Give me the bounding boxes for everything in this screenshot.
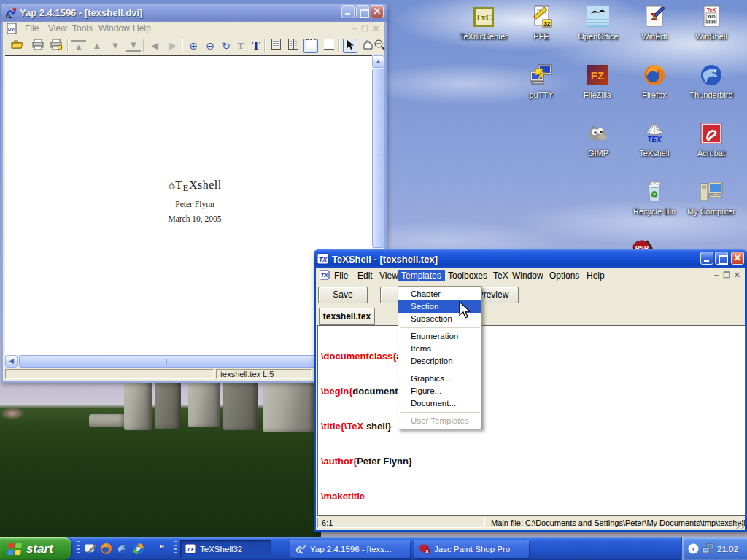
- zoom-in-icon[interactable]: ⊕: [186, 39, 201, 53]
- texshell-close-button[interactable]: ✕: [731, 252, 744, 265]
- yap-mdi-restore-icon[interactable]: ❐: [361, 24, 368, 34]
- back-icon[interactable]: ◀: [147, 39, 162, 53]
- firefox-quicklaunch-icon[interactable]: [100, 542, 112, 555]
- menu-options[interactable]: Options: [546, 270, 583, 281]
- desktop-icon-openoffice[interactable]: OpenOffice: [570, 4, 627, 42]
- continuous-view-icon[interactable]: [303, 39, 318, 53]
- last-page-icon[interactable]: ▼: [126, 39, 141, 52]
- desktop-icon-filezilla[interactable]: FZ FileZilla: [569, 63, 626, 101]
- facing-pages-view-icon[interactable]: [286, 39, 301, 53]
- desktop-icon-texniccenter[interactable]: TxC TeXnicCenter: [455, 4, 512, 42]
- zoom-out-icon[interactable]: ⊖: [203, 39, 217, 53]
- yap-mdi-minimize-icon[interactable]: –: [352, 24, 357, 33]
- texshell-minimize-button[interactable]: [700, 252, 713, 265]
- toolbar-separator: [182, 39, 182, 52]
- text-tool-icon[interactable]: T: [249, 39, 263, 53]
- texshell-title-bar[interactable]: TX TeXShell - [texshell.tex] ✕: [314, 249, 747, 268]
- magnifier-tool-icon[interactable]: [372, 39, 387, 53]
- editor-tab[interactable]: texshell.tex: [319, 308, 375, 325]
- texshell-maximize-button[interactable]: [715, 252, 728, 265]
- vertical-scroll-thumb[interactable]: [372, 69, 384, 248]
- texshell-toolbar: Save TeX Preview: [316, 282, 745, 307]
- select-tool-icon[interactable]: [343, 39, 357, 53]
- continuous-facing-view-icon[interactable]: [322, 39, 336, 53]
- single-page-view-icon[interactable]: [268, 39, 283, 53]
- yap-maximize-button[interactable]: [356, 5, 369, 18]
- desktop-icon-putty[interactable]: puTTY: [513, 63, 570, 101]
- thunderbird-quicklaunch-icon[interactable]: [116, 542, 128, 555]
- resize-grip[interactable]: [735, 521, 744, 529]
- desktop-icon-my-computer[interactable]: My Computer: [683, 179, 740, 217]
- hide-icons-chevron[interactable]: ‹: [688, 543, 699, 554]
- menu-window[interactable]: Window: [508, 270, 547, 281]
- texshell-mdi-close-icon[interactable]: ✕: [734, 271, 740, 280]
- forward-icon[interactable]: ▶: [166, 39, 180, 53]
- yap-mdi-close-icon[interactable]: ✕: [373, 24, 379, 34]
- menu-templates[interactable]: Templates: [398, 270, 445, 281]
- save-button[interactable]: Save: [318, 287, 368, 303]
- menu-item-items[interactable]: Items: [398, 343, 481, 355]
- menu-help[interactable]: Help: [583, 270, 608, 281]
- menu-item-figure[interactable]: Figure...: [398, 385, 481, 397]
- network-status-icon[interactable]: [702, 543, 714, 554]
- texshell-mdi-minimize-icon[interactable]: –: [714, 271, 719, 279]
- yap-menu-tools[interactable]: Tools: [72, 23, 93, 34]
- desktop-icon-winshell[interactable]: TeXWinShell WinShell: [683, 4, 740, 42]
- first-page-icon[interactable]: ▲: [71, 40, 86, 53]
- yap-menu-window[interactable]: Window: [98, 23, 130, 34]
- texshell-app-icon: TX: [317, 253, 329, 265]
- show-desktop-icon[interactable]: [84, 542, 96, 555]
- media-player-icon[interactable]: [132, 542, 144, 555]
- desktop-icon-acrobat[interactable]: Acrobat: [683, 121, 740, 159]
- menu-item-user-templates[interactable]: User Templates: [398, 415, 481, 427]
- taskbar-button-texshell32[interactable]: TX TeXShell32: [180, 540, 271, 558]
- scroll-up-button[interactable]: ▲: [372, 55, 384, 68]
- taskbar-button-paintshop[interactable]: 8 Jasc Paint Shop Pro: [414, 540, 529, 558]
- text-select-tool-icon[interactable]: T: [233, 39, 248, 53]
- menu-item-enumeration[interactable]: Enumeration: [398, 330, 481, 343]
- recycle-bin-icon: ♻: [642, 179, 667, 204]
- icon-label: Acrobat: [696, 149, 727, 158]
- refresh-icon[interactable]: ↻: [219, 39, 233, 53]
- taskbar-button-yap[interactable]: Yap 2.4.1596 - [texs...: [290, 540, 410, 558]
- menu-item-document[interactable]: Document...: [398, 397, 481, 410]
- yap-close-button[interactable]: ✕: [371, 5, 384, 18]
- desktop-icon-texshell[interactable]: TEX TeXshell: [626, 121, 683, 159]
- start-button[interactable]: start: [0, 537, 71, 560]
- editor-area[interactable]: \documentclass{a \begin{document} \title…: [317, 325, 746, 516]
- desktop-icon-winedt[interactable]: Σ WinEdt: [626, 4, 683, 42]
- horizontal-scroll-thumb[interactable]: [19, 355, 320, 368]
- quick-launch-chevron[interactable]: »: [159, 540, 164, 551]
- desktop-icon-gimp[interactable]: GIMP: [570, 121, 627, 159]
- icon-label: OpenOffice: [576, 32, 619, 42]
- yap-menu-help[interactable]: Help: [133, 23, 151, 34]
- yap-title-bar[interactable]: Yap 2.4.1596 - [texshell.dvi] ✕: [1, 4, 387, 22]
- scroll-left-button[interactable]: ◀: [5, 355, 18, 368]
- svg-text:8: 8: [426, 549, 429, 554]
- yap-menu-file[interactable]: File: [25, 23, 39, 34]
- print-icon[interactable]: [31, 39, 45, 53]
- menu-item-graphics[interactable]: Graphics...: [398, 373, 481, 385]
- quick-launch-handle[interactable]: [77, 541, 80, 556]
- texshell-window: TX TeXShell - [texshell.tex] ✕ TX File E…: [314, 252, 747, 532]
- previous-page-icon[interactable]: ▲: [90, 39, 104, 53]
- yap-minimize-button[interactable]: [341, 5, 355, 18]
- texshell-mdi-restore-icon[interactable]: ❐: [723, 271, 730, 280]
- menu-item-chapter[interactable]: Chapter: [398, 288, 481, 300]
- menu-toolboxes[interactable]: Toolboxes: [444, 270, 491, 281]
- taskband-handle[interactable]: [174, 541, 177, 556]
- menu-file[interactable]: File: [330, 270, 352, 281]
- next-page-icon[interactable]: ▼: [108, 39, 123, 53]
- dvi-page-content: TEXshell Peter Flynn March 10, 2005: [122, 179, 268, 223]
- open-file-icon[interactable]: [10, 39, 25, 53]
- print-setup-icon[interactable]: [49, 39, 63, 53]
- yap-app-icon: [5, 7, 17, 19]
- menu-edit[interactable]: Edit: [354, 270, 376, 281]
- icon-label: PFE: [532, 32, 550, 42]
- yap-menu-view[interactable]: View: [48, 23, 67, 34]
- desktop-icon-thunderbird[interactable]: Thunderbird: [683, 63, 740, 101]
- desktop-icon-pfe[interactable]: 32 PFE: [513, 4, 570, 42]
- menu-item-description[interactable]: Description: [398, 355, 481, 368]
- desktop-icon-firefox[interactable]: Firefox: [626, 63, 683, 101]
- desktop-icon-recycle-bin[interactable]: ♻ Recycle Bin: [626, 179, 683, 217]
